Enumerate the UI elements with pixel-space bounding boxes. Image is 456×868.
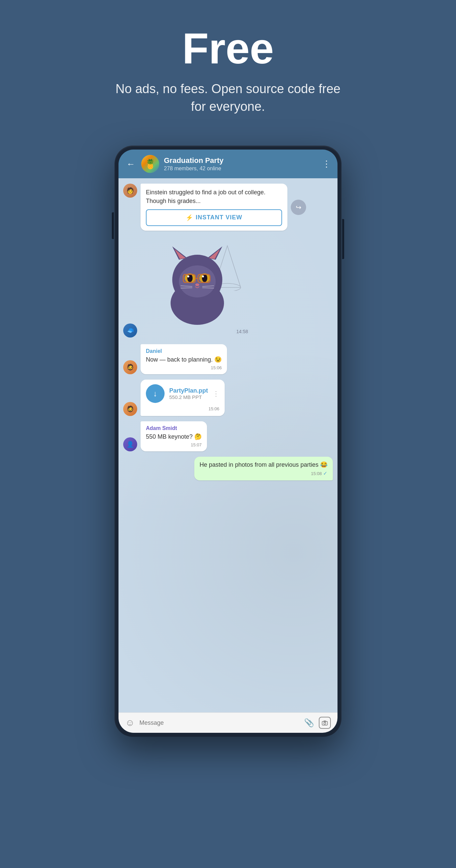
file-sender-avatar: 🧔: [123, 402, 137, 416]
sticker-content: l = πr A = πr² V = l³ P = 2πr A = πr² s …: [141, 237, 254, 338]
sticker-row: 🧢 l = πr A = πr² V = l³ P = 2πr A = πr² …: [123, 237, 333, 338]
back-button[interactable]: ←: [125, 158, 136, 170]
adam-avatar: 👤: [123, 437, 137, 452]
message-input[interactable]: [140, 719, 299, 726]
svg-point-25: [324, 722, 326, 724]
adam-sender: Adam Smidt: [146, 425, 202, 431]
outgoing-text: He pasted in photos from all previous pa…: [200, 461, 328, 469]
chat-info: Graduation Party 278 members, 42 online: [164, 156, 317, 172]
daniel-message-row: 🧔 Daniel Now — back to planning. 😉 15:06: [123, 344, 333, 374]
hero-title: Free: [7, 27, 449, 70]
svg-point-12: [187, 274, 193, 282]
svg-line-21: [181, 288, 192, 288]
attach-button[interactable]: 📎: [304, 718, 314, 727]
file-name: PartyPlan.ppt: [169, 387, 208, 394]
file-message-row: 🧔 ↓ PartyPlan.ppt 550.2 MB PPT ⋮ 15:06: [123, 380, 333, 416]
adam-time: 15:07: [191, 442, 202, 447]
svg-line-23: [202, 288, 214, 288]
sticker-timestamp: 14:58: [234, 328, 250, 335]
camera-button[interactable]: [319, 717, 331, 729]
group-meta: 278 members, 42 online: [164, 165, 317, 172]
adam-text: 550 MB keynote? 🤔: [146, 433, 202, 441]
svg-point-13: [202, 274, 207, 282]
input-bar: ☺ 📎: [119, 712, 337, 733]
cat-sticker: [160, 240, 234, 327]
sticker-user-avatar: 🧢: [123, 323, 137, 338]
emoji-button[interactable]: ☺: [125, 717, 135, 728]
daniel-avatar: 🧔: [123, 360, 137, 374]
outgoing-message-row: He pasted in photos from all previous pa…: [123, 457, 333, 480]
instant-view-icon: ⚡: [186, 214, 193, 221]
article-text: Einstein struggled to find a job out of …: [146, 188, 282, 205]
outgoing-time: 15:08: [311, 471, 322, 476]
svg-point-19: [195, 283, 199, 286]
file-bubble: ↓ PartyPlan.ppt 550.2 MB PPT ⋮ 15:06: [141, 380, 225, 416]
hero-section: Free No ads, no fees. Open source code f…: [0, 0, 456, 135]
article-bubble: Einstein struggled to find a job out of …: [141, 184, 287, 230]
svg-point-14: [187, 275, 189, 277]
forward-button[interactable]: ↪: [291, 199, 306, 215]
group-name: Graduation Party: [164, 156, 317, 165]
file-download-icon[interactable]: ↓: [146, 384, 164, 403]
hero-subtitle: No ads, no fees. Open source code free f…: [111, 80, 345, 116]
adam-bubble: Adam Smidt 550 MB keynote? 🤔 15:07: [141, 421, 207, 452]
phone-inner: ← 🍍 Graduation Party 278 members, 42 onl…: [119, 150, 337, 733]
adam-message-row: 👤 Adam Smidt 550 MB keynote? 🤔 15:07: [123, 421, 333, 452]
phone-outer: ← 🍍 Graduation Party 278 members, 42 onl…: [115, 146, 341, 737]
outgoing-check: ✓: [323, 470, 328, 476]
daniel-bubble: Daniel Now — back to planning. 😉 15:06: [141, 344, 227, 374]
chat-body: 🧑 Einstein struggled to find a job out o…: [119, 178, 337, 712]
file-time: 15:06: [208, 406, 219, 411]
phone-wrapper: ← 🍍 Graduation Party 278 members, 42 onl…: [115, 146, 341, 737]
group-avatar: 🍍: [141, 155, 159, 173]
more-icon[interactable]: ⋮: [322, 159, 331, 169]
file-options-icon[interactable]: ⋮: [213, 390, 219, 398]
daniel-text: Now — back to planning. 😉: [146, 355, 222, 364]
file-info: PartyPlan.ppt 550.2 MB PPT: [169, 387, 208, 400]
file-size: 550.2 MB PPT: [169, 394, 208, 400]
chat-header: ← 🍍 Graduation Party 278 members, 42 onl…: [119, 150, 337, 178]
outgoing-bubble: He pasted in photos from all previous pa…: [194, 457, 333, 480]
article-message-row: 🧑 Einstein struggled to find a job out o…: [123, 184, 333, 230]
instant-view-label: INSTANT VIEW: [195, 214, 242, 221]
svg-point-15: [202, 275, 204, 277]
daniel-time: 15:06: [211, 365, 222, 370]
article-sender-avatar: 🧑: [123, 184, 137, 198]
daniel-sender: Daniel: [146, 348, 222, 354]
instant-view-button[interactable]: ⚡ INSTANT VIEW: [146, 209, 282, 226]
